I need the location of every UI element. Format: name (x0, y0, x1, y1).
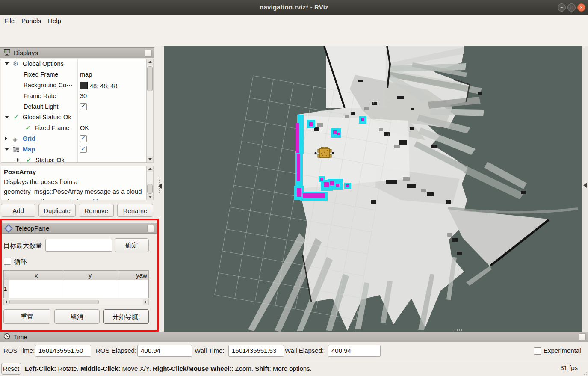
row-value[interactable]: 48; 48; 48 (80, 82, 118, 89)
panel-float-button[interactable] (147, 225, 154, 232)
fps-counter: 31 fps (560, 364, 578, 371)
collapse-right-arrow-icon[interactable] (583, 183, 587, 188)
teleop-panel-header[interactable]: TeleopPanel (2, 223, 157, 234)
wall-time-field[interactable]: 1601435551.53 (228, 345, 284, 357)
tree-row-status-fixed-frame[interactable]: ✓ Fixed Frame OK (1, 123, 153, 134)
scrollbar-thumb[interactable] (147, 66, 153, 91)
tree-row-default-light[interactable]: Default Light (1, 102, 153, 113)
table-cell[interactable] (9, 280, 63, 298)
mouse-hint-text: Left-Click: Rotate. Middle-Click: Move X… (25, 365, 312, 372)
panel-float-button[interactable] (145, 50, 152, 57)
row-label: Fixed Frame (24, 71, 58, 78)
scroll-up-arrow[interactable] (147, 166, 153, 172)
tree-row-map[interactable]: Map (1, 145, 153, 155)
row-header[interactable]: 1 (4, 280, 9, 298)
row-label: Global Status: Ok (23, 114, 71, 121)
cancel-button[interactable]: 取消 (54, 309, 100, 324)
time-panel-header[interactable]: Time (0, 332, 588, 342)
scroll-down-arrow[interactable] (147, 156, 153, 162)
menu-bar: File Panels Help (0, 15, 588, 27)
column-header-x[interactable]: x (9, 271, 63, 280)
time-panel: Time ROS Time: 1601435551.50 ROS Elapsed… (0, 332, 588, 361)
loop-label: 循环 (14, 258, 27, 266)
remove-button[interactable]: Remove (79, 204, 114, 217)
collapse-left-arrow-icon[interactable] (158, 184, 162, 189)
table-cell[interactable] (63, 280, 117, 298)
rename-button[interactable]: Rename (117, 204, 153, 217)
description-scrollbar[interactable] (146, 166, 154, 200)
map-display-icon (13, 147, 19, 154)
checkbox-checked[interactable] (80, 135, 87, 142)
column-header-y[interactable]: y (63, 271, 117, 280)
reset-button[interactable]: Reset (1, 363, 21, 375)
more-link[interactable]: More... (93, 198, 113, 200)
menu-panels[interactable]: Panels (20, 17, 43, 24)
close-button[interactable]: × (577, 3, 585, 12)
minimize-button[interactable]: − (558, 3, 566, 12)
menu-help[interactable]: Help (46, 17, 63, 24)
waypoint-table[interactable]: x y yaw 1 (3, 270, 149, 298)
row-label: Status: Ok (35, 157, 65, 163)
tree-row-fixed-frame[interactable]: Fixed Frame map (1, 70, 153, 80)
start-navigation-button[interactable]: 开始导航! (103, 309, 149, 324)
tree-row-global-options[interactable]: ⚙ Global Options (1, 59, 153, 70)
scroll-up-arrow[interactable] (147, 59, 153, 65)
reset-goals-button[interactable]: 重置 (3, 309, 50, 324)
tree-row-map-status[interactable]: ✓ Status: Ok (1, 155, 153, 163)
3d-viewport[interactable] (164, 46, 582, 332)
column-header-yaw[interactable]: yaw (117, 271, 148, 280)
description-title: PoseArray (4, 167, 151, 177)
table-cell[interactable] (117, 280, 148, 298)
checkbox-checked[interactable] (80, 146, 87, 153)
expander-open-icon[interactable] (5, 148, 9, 151)
panel-diamond-icon (4, 224, 13, 233)
displays-tree: ⚙ Global Options Fixed Frame map Backgro… (1, 59, 154, 163)
viewport-splitter-grip[interactable] (455, 329, 463, 331)
row-label: Background Co⋯ (24, 82, 72, 89)
ros-elapsed-field[interactable]: 400.94 (137, 345, 192, 357)
expander-closed-icon[interactable] (17, 158, 19, 162)
wall-elapsed-field[interactable]: 400.94 (328, 345, 381, 357)
grid-display-icon: ◈ (13, 136, 18, 143)
table-corner (4, 271, 9, 280)
panel-float-button[interactable] (579, 333, 586, 340)
toolbar: Interact Move Camera Select Focus Camera… (0, 27, 588, 47)
displays-panel-header[interactable]: Displays (0, 47, 154, 58)
experimental-checkbox[interactable] (534, 347, 541, 355)
tree-row-frame-rate[interactable]: Frame Rate 30 (1, 91, 153, 102)
row-value[interactable]: 30 (80, 92, 87, 99)
expander-closed-icon[interactable] (5, 136, 7, 141)
window-titlebar[interactable]: navigation.rviz* - RViz − □ × (0, 0, 588, 16)
row-value[interactable]: map (80, 71, 92, 78)
expander-open-icon[interactable] (5, 116, 9, 118)
scrollbar-thumb[interactable] (147, 184, 153, 194)
loop-checkbox[interactable] (4, 258, 11, 265)
maximize-button[interactable]: □ (567, 3, 576, 12)
expander-open-icon[interactable] (5, 62, 9, 65)
description-line: Displays the poses from a (4, 177, 151, 187)
max-goal-input[interactable] (45, 239, 112, 252)
scroll-left-arrow[interactable] (4, 299, 9, 305)
panel-title: Displays (14, 49, 38, 56)
duplicate-button[interactable]: Duplicate (38, 204, 76, 217)
monitor-icon (3, 49, 11, 57)
checkbox-checked[interactable] (80, 103, 87, 110)
confirm-button[interactable]: 确定 (115, 238, 149, 252)
ros-time-field[interactable]: 1601435551.50 (35, 345, 91, 357)
window-resize-grip[interactable] (582, 370, 587, 376)
right-panel-strip[interactable] (582, 46, 588, 332)
scroll-right-arrow[interactable] (143, 299, 148, 305)
scrollbar-thumb[interactable] (9, 300, 99, 304)
tree-row-global-status[interactable]: ✓ Global Status: Ok (1, 113, 153, 123)
panel-title: Time (13, 333, 27, 340)
menu-file[interactable]: File (3, 17, 16, 24)
add-button[interactable]: Add (1, 204, 35, 217)
displays-scrollbar[interactable] (146, 59, 154, 163)
table-hscrollbar[interactable] (3, 299, 149, 305)
tree-row-grid[interactable]: ◈ Grid (1, 134, 153, 145)
row-value: OK (80, 124, 89, 131)
panel-title: TeleopPanel (15, 225, 51, 232)
status-ok-icon: ✓ (25, 124, 31, 132)
tree-row-background-color[interactable]: Background Co⋯ 48; 48; 48 (1, 80, 153, 91)
scroll-down-arrow[interactable] (147, 194, 153, 200)
